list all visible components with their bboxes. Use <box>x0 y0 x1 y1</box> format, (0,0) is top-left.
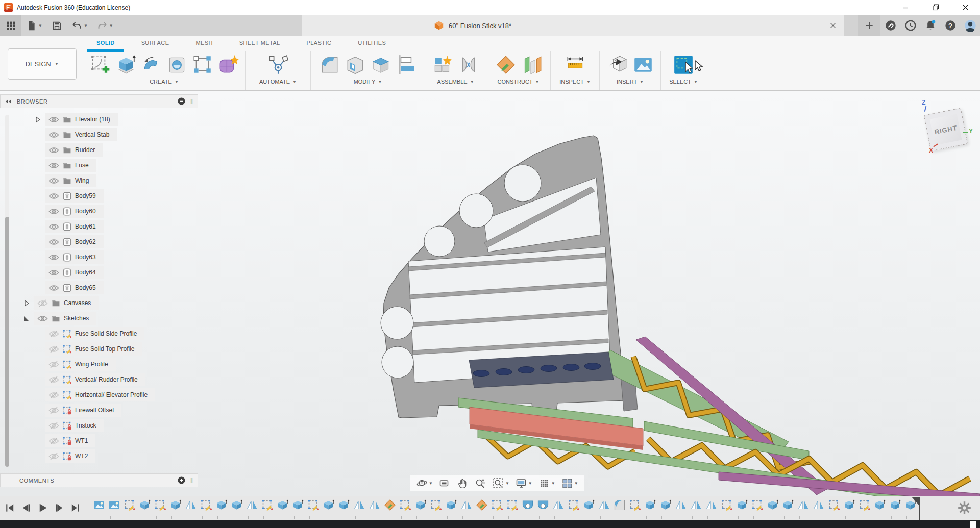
eye-hidden-icon[interactable] <box>48 376 59 384</box>
save-button[interactable] <box>47 15 67 36</box>
help-button[interactable]: ? <box>940 15 960 36</box>
eye-hidden-icon[interactable] <box>48 391 59 399</box>
measure-button[interactable] <box>564 53 587 77</box>
group-label-create[interactable]: CREATE▼ <box>150 79 179 85</box>
tab-solid[interactable]: SOLID <box>83 36 128 50</box>
comments-panel[interactable]: COMMENTS ‖ <box>0 473 198 487</box>
collapse-panel-icon[interactable] <box>5 99 12 104</box>
eye-visible-icon[interactable] <box>48 146 59 154</box>
insert-button[interactable] <box>606 53 629 77</box>
play-button[interactable] <box>36 501 50 514</box>
browser-item-vertical-stab[interactable]: Vertical Stab <box>0 128 198 141</box>
timeline-position-marker[interactable] <box>912 497 925 520</box>
timeline-feature-mirror-18[interactable] <box>353 499 365 511</box>
eye-visible-icon[interactable] <box>48 269 59 276</box>
select-button[interactable] <box>672 53 695 77</box>
timeline-feature-extrude-9[interactable] <box>215 499 228 511</box>
browser-item-body61[interactable]: Body61 <box>0 220 198 233</box>
timeline-feature-hole-29[interactable] <box>522 499 534 511</box>
job-status-button[interactable] <box>900 15 920 36</box>
pattern-button[interactable] <box>191 53 214 77</box>
timeline-feature-hole-30[interactable] <box>537 499 549 511</box>
combine-button[interactable] <box>369 53 393 77</box>
timeline-feature-mirror-11[interactable] <box>246 499 258 511</box>
eye-visible-icon[interactable] <box>48 192 59 200</box>
close-document-icon[interactable] <box>828 20 838 31</box>
timeline-feature-canvas-2[interactable] <box>108 499 120 511</box>
browser-item-body64[interactable]: Body64 <box>0 266 198 279</box>
browser-item-fuse-solid-side-profile[interactable]: Fuse Solid Side Profile <box>0 327 198 340</box>
eye-visible-icon[interactable] <box>48 162 59 169</box>
tab-mesh[interactable]: MESH <box>182 36 226 50</box>
timeline-feature-sketch-27[interactable] <box>491 499 503 511</box>
timeline-feature-sketch-21[interactable] <box>399 499 411 511</box>
collapsed-arrow-icon[interactable] <box>22 299 34 307</box>
timeline-feature-mirror-19[interactable] <box>369 499 381 511</box>
construct-plane-button[interactable] <box>494 53 518 77</box>
timeline-feature-mirror-25[interactable] <box>460 499 473 511</box>
timeline-feature-extrude-53[interactable] <box>889 499 901 511</box>
timeline-feature-plane-26[interactable] <box>476 499 488 511</box>
browser-item-body59[interactable]: Body59 <box>0 189 198 203</box>
group-label-insert[interactable]: INSERT▼ <box>617 79 644 85</box>
timeline-feature-sketch-49[interactable] <box>828 499 840 511</box>
timeline-feature-sketch-51[interactable] <box>859 499 871 511</box>
form-button[interactable] <box>216 53 240 77</box>
eye-visible-icon[interactable] <box>48 254 59 261</box>
browser-item-fuse[interactable]: Fuse <box>0 159 198 172</box>
browser-item-body62[interactable]: Body62 <box>0 235 198 248</box>
timeline-feature-extrude-14[interactable] <box>292 499 304 511</box>
go-to-end-button[interactable] <box>68 501 82 514</box>
new-component-button[interactable] <box>431 53 455 77</box>
timeline-feature-sketch-44[interactable] <box>751 499 764 511</box>
group-label-modify[interactable]: MODIFY▼ <box>354 79 382 85</box>
timeline-feature-mirror-7[interactable] <box>185 499 197 511</box>
eye-hidden-icon[interactable] <box>48 407 59 414</box>
undo-button[interactable]: ▼ <box>67 15 92 36</box>
browser-header[interactable]: BROWSER ‖ <box>0 94 198 108</box>
timeline-feature-extrude-43[interactable] <box>736 499 748 511</box>
step-back-button[interactable] <box>19 501 33 514</box>
add-comment-icon[interactable] <box>178 476 185 484</box>
viewcube[interactable]: RIGHT Z Y X <box>918 98 980 158</box>
tab-sheet-metal[interactable]: SHEET METAL <box>226 36 293 50</box>
browser-item-firewall-offset[interactable]: Firewall Offset <box>0 404 198 417</box>
browser-item-fuse-solid-top-profile[interactable]: Fuse Solid Top Profile <box>0 342 198 356</box>
browser-item-rudder[interactable]: Rudder <box>0 143 198 157</box>
browser-item-vertical-rudder-profile[interactable]: Vertical/ Rudder Profile <box>0 373 198 386</box>
browser-item-wt1[interactable]: WT1 <box>0 434 198 447</box>
timeline-feature-extrude-6[interactable] <box>169 499 182 511</box>
timeline-settings-gear-icon[interactable] <box>958 501 971 515</box>
zoom-button[interactable] <box>473 477 488 489</box>
eye-hidden-icon[interactable] <box>48 422 59 430</box>
close-window-button[interactable] <box>950 0 980 15</box>
tab-utilities[interactable]: UTILITIES <box>345 36 399 50</box>
panel-resize-grip[interactable]: ‖ <box>190 98 193 105</box>
tab-plastic[interactable]: PLASTIC <box>293 36 345 50</box>
viewports-button[interactable]: ▼ <box>559 477 580 489</box>
timeline-feature-extrude-17[interactable] <box>338 499 350 511</box>
redo-button[interactable]: ▼ <box>92 15 118 36</box>
expanded-arrow-icon[interactable] <box>22 314 34 322</box>
eye-hidden-icon[interactable] <box>48 437 59 445</box>
fillet-button[interactable] <box>318 53 341 77</box>
restore-button[interactable] <box>921 0 950 15</box>
eye-visible-icon[interactable] <box>48 223 59 231</box>
group-label-automate[interactable]: AUTOMATE▼ <box>259 79 297 85</box>
browser-item-tristock[interactable]: Tristock <box>0 419 198 432</box>
browser-scrollbar[interactable] <box>5 115 9 467</box>
timeline-feature-sketch-15[interactable] <box>307 499 320 511</box>
hole-button[interactable] <box>165 53 189 77</box>
eye-visible-icon[interactable] <box>48 177 59 185</box>
eye-hidden-icon[interactable] <box>37 299 48 307</box>
go-to-start-button[interactable] <box>3 501 17 514</box>
timeline-feature-extrude-13[interactable] <box>277 499 289 511</box>
eye-visible-icon[interactable] <box>48 238 59 246</box>
eye-visible-icon[interactable] <box>48 131 59 139</box>
timeline-feature-mirror-31[interactable] <box>552 499 565 511</box>
timeline-feature-sketch-42[interactable] <box>721 499 733 511</box>
shell-button[interactable] <box>344 53 367 77</box>
canvas-button[interactable] <box>631 53 655 77</box>
eye-visible-icon[interactable] <box>48 116 59 123</box>
timeline-feature-extrude-24[interactable] <box>445 499 457 511</box>
